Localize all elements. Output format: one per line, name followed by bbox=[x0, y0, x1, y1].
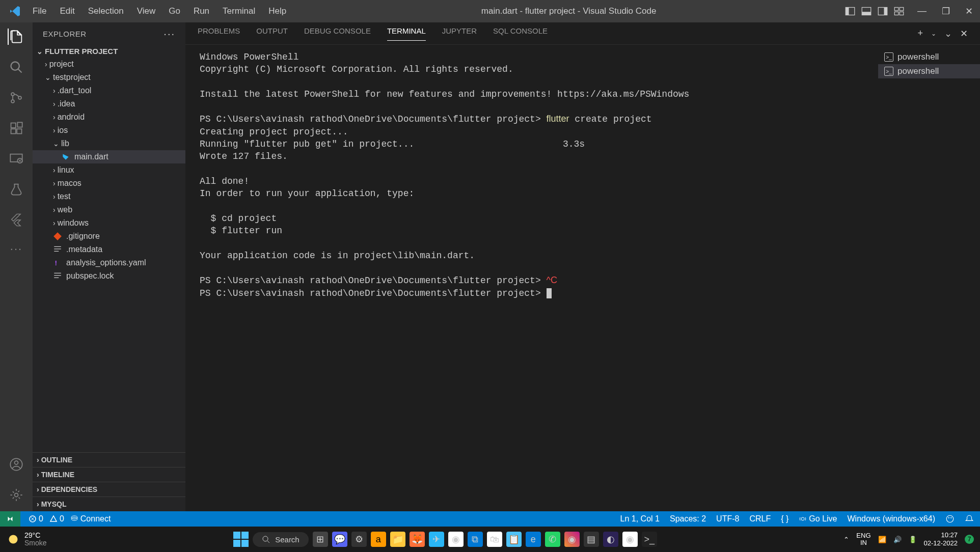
accounts-icon[interactable] bbox=[8, 456, 24, 473]
status-device[interactable]: Windows (windows-x64) bbox=[848, 514, 936, 523]
terminal-output[interactable]: Windows PowerShell Copyright (C) Microso… bbox=[185, 45, 878, 511]
terminal-entry-powershell-2[interactable]: >_powershell bbox=[878, 64, 980, 78]
notification-badge[interactable]: 7 bbox=[965, 535, 974, 544]
sidebar-more-icon[interactable]: ··· bbox=[164, 28, 175, 40]
toggle-panel-icon[interactable] bbox=[861, 6, 872, 16]
menu-help[interactable]: Help bbox=[262, 4, 292, 18]
menu-file[interactable]: File bbox=[26, 4, 52, 18]
language-indicator[interactable]: ENGIN bbox=[856, 532, 870, 547]
section-outline[interactable]: ›OUTLINE bbox=[33, 452, 185, 467]
folder-testproject[interactable]: ⌄testproject bbox=[33, 71, 185, 84]
section-timeline[interactable]: ›TIMELINE bbox=[33, 467, 185, 482]
file-main-dart[interactable]: main.dart bbox=[33, 150, 185, 163]
new-terminal-icon[interactable]: + bbox=[917, 28, 923, 39]
folder-ios[interactable]: ›ios bbox=[33, 124, 185, 137]
extensions-icon[interactable] bbox=[8, 120, 24, 136]
status-language[interactable]: { } bbox=[781, 514, 788, 523]
clock[interactable]: 10:2702-12-2022 bbox=[924, 531, 958, 547]
folder-android[interactable]: ›android bbox=[33, 111, 185, 124]
folder-dart-tool[interactable]: ›.dart_tool bbox=[33, 84, 185, 97]
folder-test[interactable]: ›test bbox=[33, 190, 185, 203]
file-analysis-options[interactable]: !analysis_options.yaml bbox=[33, 256, 185, 269]
source-control-icon[interactable] bbox=[8, 90, 24, 106]
status-ln-col[interactable]: Ln 1, Col 1 bbox=[620, 514, 660, 523]
customize-layout-icon[interactable] bbox=[894, 6, 904, 16]
terminal-taskbar-icon[interactable]: >_ bbox=[642, 532, 657, 547]
toggle-secondary-icon[interactable] bbox=[878, 6, 888, 16]
wifi-icon[interactable]: 📶 bbox=[878, 536, 886, 543]
section-mysql[interactable]: ›MYSQL bbox=[33, 496, 185, 511]
vscode-taskbar-icon[interactable]: ⧉ bbox=[468, 532, 483, 547]
folder-windows[interactable]: ›windows bbox=[33, 216, 185, 230]
start-button[interactable] bbox=[233, 532, 249, 547]
menu-terminal[interactable]: Terminal bbox=[216, 4, 261, 18]
tray-expand-icon[interactable]: ⌃ bbox=[843, 536, 849, 543]
folder-web[interactable]: ›web bbox=[33, 203, 185, 216]
folder-lib[interactable]: ⌄lib bbox=[33, 137, 185, 150]
status-warnings[interactable]: 0 bbox=[49, 514, 64, 523]
chrome-canary-icon[interactable]: ◉ bbox=[622, 532, 638, 547]
edge-icon[interactable]: e bbox=[526, 532, 541, 547]
maximize-button[interactable]: ❐ bbox=[939, 6, 953, 17]
folder-idea[interactable]: ›.idea bbox=[33, 97, 185, 111]
telegram-icon[interactable]: ✈ bbox=[429, 532, 444, 547]
file-metadata[interactable]: .metadata bbox=[33, 243, 185, 256]
menu-run[interactable]: Run bbox=[187, 4, 215, 18]
volume-icon[interactable]: 🔊 bbox=[893, 536, 902, 543]
menu-go[interactable]: Go bbox=[162, 4, 186, 18]
taskbar-search[interactable]: Search bbox=[253, 532, 309, 547]
menu-view[interactable]: View bbox=[131, 4, 162, 18]
folder-root[interactable]: ⌄FLUTTER PROJECT bbox=[33, 45, 185, 58]
battery-icon[interactable]: 🔋 bbox=[909, 536, 917, 543]
eclipse-icon[interactable]: ◐ bbox=[603, 532, 618, 547]
explorer-icon[interactable] bbox=[8, 29, 24, 45]
minimize-button[interactable]: — bbox=[914, 6, 930, 17]
status-feedback-icon[interactable] bbox=[945, 514, 955, 523]
menu-selection[interactable]: Selection bbox=[82, 4, 130, 18]
weather-widget[interactable]: 29°C Smoke bbox=[6, 532, 47, 547]
whatsapp-icon[interactable]: ✆ bbox=[545, 532, 560, 547]
toggle-sidebar-icon[interactable] bbox=[845, 6, 855, 16]
tab-debug-console[interactable]: DEBUG CONSOLE bbox=[304, 26, 371, 40]
folder-linux[interactable]: ›linux bbox=[33, 163, 185, 177]
status-encoding[interactable]: UTF-8 bbox=[716, 514, 739, 523]
status-connect[interactable]: Connect bbox=[70, 514, 111, 523]
taskbar-app-5[interactable]: ▤ bbox=[584, 532, 599, 547]
status-errors[interactable]: 0 bbox=[29, 514, 43, 523]
status-bell-icon[interactable] bbox=[965, 514, 974, 523]
status-go-live[interactable]: Go Live bbox=[799, 514, 837, 523]
taskbar-app-4[interactable]: 📋 bbox=[506, 532, 522, 547]
tab-sql-console[interactable]: SQL CONSOLE bbox=[493, 26, 548, 40]
folder-project[interactable]: ›project bbox=[33, 58, 185, 71]
remote-indicator[interactable] bbox=[0, 511, 20, 527]
file-explorer-icon[interactable]: 📁 bbox=[390, 532, 405, 547]
flutter-icon[interactable] bbox=[8, 212, 24, 228]
close-panel-icon[interactable]: ✕ bbox=[960, 28, 968, 39]
tab-jupyter[interactable]: JUPYTER bbox=[442, 26, 477, 40]
section-dependencies[interactable]: ›DEPENDENCIES bbox=[33, 482, 185, 496]
chrome-icon[interactable]: ◉ bbox=[448, 532, 464, 547]
status-spaces[interactable]: Spaces: 2 bbox=[670, 514, 706, 523]
search-icon[interactable] bbox=[8, 59, 24, 75]
remote-explorer-icon[interactable] bbox=[8, 151, 24, 167]
instagram-icon[interactable]: ◉ bbox=[564, 532, 580, 547]
tab-problems[interactable]: PROBLEMS bbox=[198, 26, 240, 40]
terminal-entry-powershell-1[interactable]: >_powershell bbox=[878, 50, 980, 64]
store-icon[interactable]: 🛍 bbox=[487, 532, 502, 547]
maximize-panel-icon[interactable]: ⌄ bbox=[944, 28, 952, 39]
testing-icon[interactable] bbox=[8, 181, 24, 198]
firefox-icon[interactable]: 🦊 bbox=[410, 532, 425, 547]
menu-edit[interactable]: Edit bbox=[53, 4, 80, 18]
activity-overflow-icon[interactable]: ··· bbox=[10, 242, 22, 256]
folder-macos[interactable]: ›macos bbox=[33, 177, 185, 190]
taskbar-app-3[interactable]: a bbox=[371, 532, 386, 547]
taskbar-app-2[interactable]: ⚙ bbox=[351, 532, 367, 547]
status-eol[interactable]: CRLF bbox=[749, 514, 771, 523]
tab-output[interactable]: OUTPUT bbox=[256, 26, 288, 40]
settings-gear-icon[interactable] bbox=[8, 487, 24, 503]
taskbar-app-1[interactable]: 💬 bbox=[332, 532, 347, 547]
file-gitignore[interactable]: .gitignore bbox=[33, 230, 185, 243]
task-view-icon[interactable]: ⊞ bbox=[313, 532, 328, 547]
close-button[interactable]: ✕ bbox=[962, 6, 976, 17]
terminal-dropdown-icon[interactable]: ⌄ bbox=[931, 30, 936, 37]
